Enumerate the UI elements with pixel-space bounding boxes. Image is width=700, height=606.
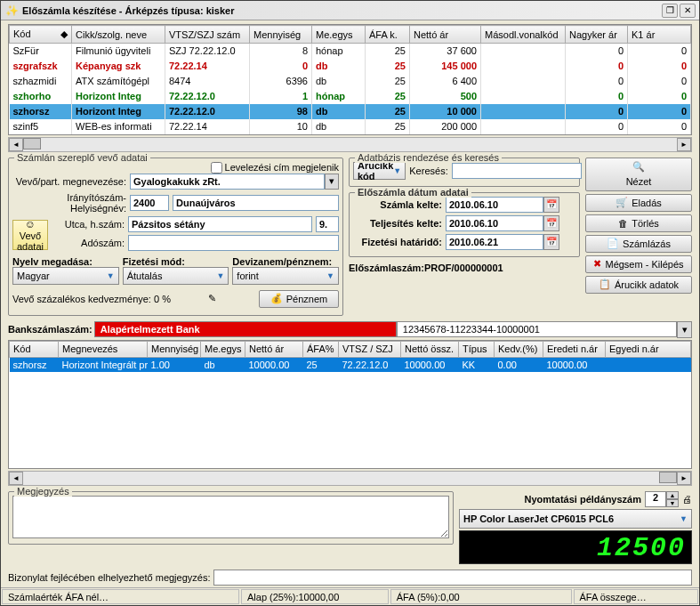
titlebar: ✨ Előszámla készítése - Árképzés típusa:… bbox=[1, 1, 699, 20]
scroll-right-icon[interactable]: ► bbox=[677, 472, 691, 485]
column-header[interactable]: ÁFA% bbox=[303, 341, 339, 357]
currency-dropdown[interactable]: forint▼ bbox=[232, 267, 339, 285]
lines-hscroll[interactable]: ◄ ► bbox=[8, 471, 692, 486]
buyer-name-dropdown[interactable]: ▾ bbox=[325, 174, 339, 190]
street-label: Utca, h.szám: bbox=[52, 219, 125, 230]
invoice-button[interactable]: 📄Számlázás bbox=[585, 235, 692, 253]
date-kelte-input[interactable] bbox=[446, 197, 543, 213]
db-fieldset: Adatbázis rendezése és keresés Árucikk k… bbox=[349, 158, 580, 187]
bank-label: Bankszámlaszám: bbox=[8, 324, 93, 335]
grid-hscroll[interactable]: ◄ ► bbox=[8, 137, 692, 152]
buyer-fieldset: Számlán szereplő vevő adatai Levelezési … bbox=[8, 158, 343, 316]
zip-input[interactable] bbox=[130, 195, 169, 211]
total-display: 12500 bbox=[459, 530, 692, 564]
discount-edit-icon[interactable]: ✎ bbox=[208, 293, 216, 304]
note-textarea[interactable] bbox=[12, 496, 449, 538]
lang-dropdown[interactable]: Magyar▼ bbox=[12, 267, 119, 285]
status-cell-2: Alap (25%):10000,00 bbox=[241, 589, 389, 604]
close-button[interactable]: ✕ bbox=[680, 4, 696, 18]
mail-checkbox[interactable] bbox=[211, 162, 222, 174]
paymode-dropdown[interactable]: Átutalás▼ bbox=[123, 267, 229, 285]
tax-input[interactable] bbox=[128, 235, 339, 251]
footnote-input[interactable] bbox=[213, 570, 692, 586]
column-header[interactable]: Mennyiség bbox=[148, 341, 201, 357]
cancel-exit-button[interactable]: ✖Mégsem - Kilépés bbox=[585, 255, 692, 273]
copies-spinner[interactable]: 2 ▲▼ bbox=[645, 491, 679, 507]
db-legend: Adatbázis rendezése és keresés bbox=[355, 152, 502, 163]
column-header[interactable]: Me.egys bbox=[312, 26, 366, 44]
dates-fieldset: Előszámla dátum adatai Számla kelte: 📅 T… bbox=[349, 192, 580, 257]
column-header[interactable]: Me.egys bbox=[201, 341, 245, 357]
column-header[interactable]: Nagyker ár bbox=[566, 26, 628, 44]
column-header[interactable]: K1 ár bbox=[628, 26, 691, 44]
table-row[interactable]: szhazmidiATX számítógépl84746396db256 40… bbox=[10, 74, 691, 89]
printer-dropdown[interactable]: HP Color LaserJet CP6015 PCL6▼ bbox=[459, 509, 692, 529]
spinner-down-icon[interactable]: ▼ bbox=[666, 499, 679, 507]
column-header[interactable]: Cikk/szolg. neve bbox=[72, 26, 165, 44]
items-grid[interactable]: Kód ◆Cikk/szolg. neveVTSZ/SZJ számMennyi… bbox=[8, 24, 692, 135]
discount-label: Vevő százalékos kedvezménye: 0 % bbox=[12, 294, 205, 304]
buyer-legend: Számlán szereplő vevő adatai bbox=[14, 152, 150, 163]
street-input[interactable] bbox=[128, 216, 312, 232]
column-header[interactable]: Megnevezés bbox=[59, 341, 148, 357]
copies-value[interactable]: 2 bbox=[645, 491, 666, 507]
sort-dropdown[interactable]: Árucikk kód▼ bbox=[353, 162, 406, 180]
date-telj-input[interactable] bbox=[446, 215, 543, 231]
item-data-button[interactable]: 📋Árucikk adatok bbox=[585, 276, 692, 294]
restore-button[interactable]: ❐ bbox=[662, 4, 678, 18]
mail-checkbox-label: Levelezési cím megjelenik bbox=[225, 162, 339, 173]
calendar-icon[interactable]: 📅 bbox=[543, 215, 559, 231]
column-header[interactable]: Nettó ár bbox=[410, 26, 481, 44]
table-row[interactable]: szgrafszkKépanyag szk72.22.140db25145 00… bbox=[10, 59, 691, 74]
sell-button[interactable]: 🛒Eladás bbox=[585, 194, 692, 212]
calendar-icon[interactable]: 📅 bbox=[543, 197, 559, 213]
table-row[interactable]: szhorszHorizont Integ72.22.12.098db2510 … bbox=[10, 104, 691, 119]
lines-grid[interactable]: KódMegnevezésMennyiségMe.egysNettó árÁFA… bbox=[8, 340, 692, 470]
scroll-right-icon[interactable]: ► bbox=[677, 138, 691, 151]
calendar-icon[interactable]: 📅 bbox=[543, 234, 559, 250]
column-header[interactable]: Nettó ár bbox=[245, 341, 303, 357]
spinner-up-icon[interactable]: ▲ bbox=[666, 491, 679, 499]
scroll-left-icon[interactable]: ◄ bbox=[9, 472, 23, 485]
buyer-name-input[interactable] bbox=[130, 174, 325, 190]
column-header[interactable]: Másodl.vonalkód bbox=[481, 26, 566, 44]
tax-label: Adószám: bbox=[52, 238, 125, 248]
column-header[interactable]: Nettó össz. bbox=[401, 341, 459, 357]
column-header[interactable]: Kedv.(%) bbox=[495, 341, 543, 357]
table-row[interactable]: SzFürFilmunió ügyviteliSZJ 72.22.12.08hó… bbox=[10, 44, 691, 59]
invoice-no-value: PROF/000000001 bbox=[424, 263, 503, 273]
city-input[interactable] bbox=[173, 195, 339, 211]
paymode-label: Fizetési mód: bbox=[123, 256, 229, 267]
column-header[interactable]: ÁFA k. bbox=[366, 26, 410, 44]
status-cell-4: ÁFA összege… bbox=[574, 589, 698, 604]
view-button[interactable]: 🔍Nézet bbox=[585, 158, 692, 191]
currency-label: Devizanem/pénznem: bbox=[232, 256, 339, 267]
house-input[interactable] bbox=[316, 216, 339, 232]
buyer-data-button[interactable]: ☺ Vevő adatai bbox=[12, 220, 48, 250]
date-telj-label: Teljesítés kelte: bbox=[353, 218, 442, 229]
scroll-left-icon[interactable]: ◄ bbox=[9, 138, 23, 151]
currency-button[interactable]: 💰Pénznem bbox=[259, 290, 339, 308]
column-header[interactable]: VTSZ/SZJ szám bbox=[165, 26, 250, 44]
column-header[interactable]: Típus bbox=[459, 341, 495, 357]
table-row[interactable]: szinf5WEB-es informati72.22.1410db25200 … bbox=[10, 119, 691, 134]
table-row[interactable]: szhorszHorizont Integrált pr1.00db10000.… bbox=[10, 357, 691, 372]
column-header[interactable]: Egyedi n.ár bbox=[606, 341, 691, 357]
scroll-thumb[interactable] bbox=[23, 138, 41, 149]
date-hat-input[interactable] bbox=[446, 234, 543, 250]
bank-dropdown[interactable]: ▾ bbox=[677, 321, 692, 338]
invoice-no-label: Előszámlaszám: bbox=[349, 263, 424, 273]
column-header[interactable]: Kód ◆ bbox=[10, 26, 72, 44]
column-header[interactable]: Mennyiség bbox=[250, 26, 312, 44]
scroll-thumb[interactable] bbox=[659, 472, 677, 483]
search-input[interactable] bbox=[452, 163, 582, 179]
item-icon: 📋 bbox=[599, 279, 611, 290]
copies-label: Nyomtatási példányszám bbox=[525, 494, 641, 505]
column-header[interactable]: Eredeti n.ár bbox=[543, 341, 606, 357]
delete-button[interactable]: 🗑Törlés bbox=[585, 214, 692, 232]
table-row[interactable]: szhorhoHorizont Integ72.22.12.01hónap255… bbox=[10, 89, 691, 104]
column-header[interactable]: Kód bbox=[10, 341, 59, 357]
column-header[interactable]: VTSZ / SZJ bbox=[339, 341, 401, 357]
money-icon: 💰 bbox=[270, 293, 283, 304]
print-icon[interactable]: 🖨 bbox=[682, 494, 692, 505]
